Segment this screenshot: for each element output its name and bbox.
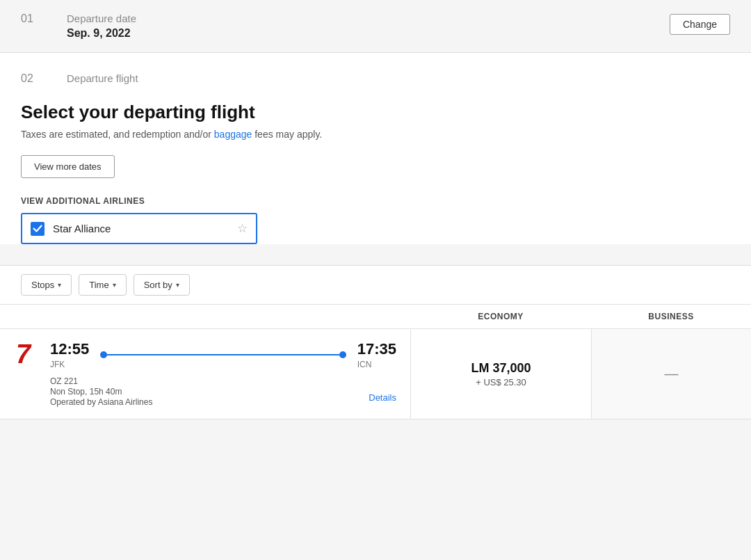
star-alliance-checkbox-row[interactable]: Star Alliance ☆ bbox=[21, 213, 257, 244]
business-col-header: BUSINESS bbox=[591, 305, 751, 329]
flight-row-grid: 7 12:55 JFK bbox=[14, 340, 396, 369]
section-02: 02 Departure flight Select your departin… bbox=[0, 53, 751, 244]
line-dot-right bbox=[339, 351, 346, 358]
details-link[interactable]: Details bbox=[369, 392, 396, 403]
operated-by: Operated by Asiana Airlines bbox=[50, 397, 152, 407]
sort-label: Sort by bbox=[144, 280, 172, 290]
economy-cell[interactable]: LM 37,000 + US$ 25.30 bbox=[410, 329, 591, 419]
arrive-time: 17:35 bbox=[357, 340, 396, 358]
departure-date-label: Departure date bbox=[67, 13, 136, 24]
section-01-left: 01 Departure date Sep. 9, 2022 bbox=[21, 13, 136, 40]
change-button[interactable]: Change bbox=[670, 14, 730, 35]
time-dropdown-arrow: ▾ bbox=[113, 281, 116, 289]
flight-info-cell: 7 12:55 JFK bbox=[0, 329, 410, 419]
arrive-block: 17:35 ICN bbox=[357, 340, 396, 369]
star-icon[interactable]: ☆ bbox=[237, 221, 248, 236]
asiana-logo: 7 bbox=[15, 339, 41, 370]
svg-text:7: 7 bbox=[16, 339, 32, 366]
section-01-content: Departure date Sep. 9, 2022 bbox=[67, 13, 136, 40]
depart-airport: JFK bbox=[50, 360, 89, 369]
star-alliance-checkbox[interactable] bbox=[31, 222, 45, 236]
sort-filter-button[interactable]: Sort by ▾ bbox=[134, 274, 190, 296]
flight-col-header-empty bbox=[0, 305, 410, 329]
time-label: Time bbox=[89, 280, 108, 290]
departure-flight-label: Departure flight bbox=[67, 72, 138, 84]
baggage-link[interactable]: baggage bbox=[214, 129, 252, 140]
stops-filter-button[interactable]: Stops ▾ bbox=[21, 274, 72, 296]
depart-block: 12:55 JFK bbox=[50, 340, 89, 369]
section-01: 01 Departure date Sep. 9, 2022 Change bbox=[0, 0, 751, 53]
step-02-number: 02 bbox=[21, 72, 46, 85]
view-more-dates-button[interactable]: View more dates bbox=[21, 155, 115, 178]
step-01-number: 01 bbox=[21, 13, 46, 25]
economy-lm-price: LM 37,000 bbox=[471, 361, 531, 376]
arrive-airport: ICN bbox=[357, 360, 396, 369]
departure-date-value: Sep. 9, 2022 bbox=[67, 27, 136, 40]
subtitle-text: Taxes are estimated, and redemption and/… bbox=[21, 129, 214, 140]
select-flight-title: Select your departing flight bbox=[21, 102, 730, 123]
filter-bar: Stops ▾ Time ▾ Sort by ▾ bbox=[0, 265, 751, 304]
star-alliance-label: Star Alliance bbox=[53, 223, 111, 234]
stops-info: Non Stop, 15h 40m bbox=[50, 387, 152, 397]
flight-detail-block: OZ 221 Non Stop, 15h 40m Operated by Asi… bbox=[50, 376, 396, 408]
results-table: ECONOMY BUSINESS 7 12:55 JFK bbox=[0, 304, 751, 419]
checkbox-left: Star Alliance bbox=[31, 222, 111, 236]
line-dot-left bbox=[100, 351, 107, 358]
additional-airlines-label: VIEW ADDITIONAL AIRLINES bbox=[21, 196, 730, 206]
time-filter-button[interactable]: Time ▾ bbox=[79, 274, 126, 296]
select-flight-subtitle: Taxes are estimated, and redemption and/… bbox=[21, 129, 730, 140]
depart-time: 12:55 bbox=[50, 340, 89, 358]
economy-col-header: ECONOMY bbox=[410, 305, 591, 329]
line-body bbox=[107, 354, 339, 355]
subtitle-end: fees may apply. bbox=[252, 129, 322, 140]
stops-label: Stops bbox=[31, 280, 54, 290]
flight-line bbox=[100, 351, 346, 358]
sort-dropdown-arrow: ▾ bbox=[176, 281, 179, 289]
section-02-header: 02 Departure flight bbox=[21, 72, 730, 85]
asiana-logo-container: 7 bbox=[14, 341, 42, 369]
page-wrapper: 01 Departure date Sep. 9, 2022 Change 02… bbox=[0, 0, 751, 560]
business-cell: — bbox=[591, 329, 751, 419]
flight-stops: Non Stop, 15h 40m Operated by Asiana Air… bbox=[50, 387, 152, 408]
business-price: — bbox=[665, 366, 679, 382]
economy-usd-price: + US$ 25.30 bbox=[476, 377, 526, 387]
flight-line-wrapper bbox=[100, 351, 346, 358]
stops-dropdown-arrow: ▾ bbox=[58, 281, 61, 289]
flight-number: OZ 221 bbox=[50, 376, 396, 386]
